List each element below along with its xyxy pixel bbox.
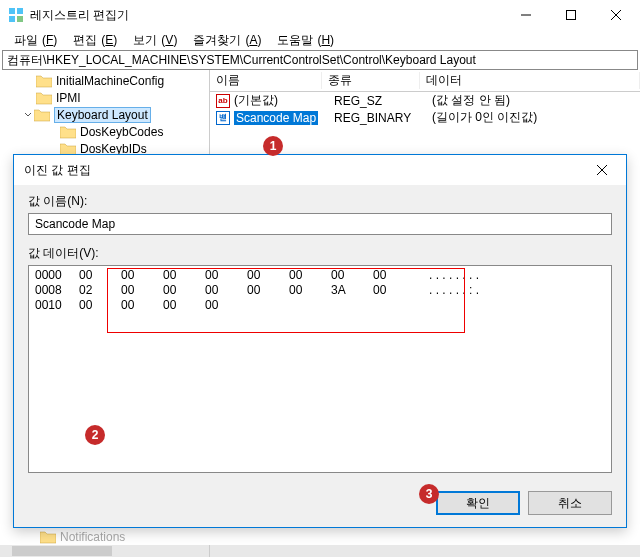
hex-bytes[interactable]: 00000000 [79, 298, 429, 313]
hex-offset: 0000 [35, 268, 79, 283]
menu-file[interactable]: 파일(F) [6, 32, 61, 49]
list-row-selected[interactable]: 뱯Scancode Map REG_BINARY (길이가 0인 이진값) [210, 109, 640, 126]
close-button[interactable] [593, 0, 638, 30]
annotation-badge-1: 1 [263, 136, 283, 156]
value-name-input[interactable] [28, 213, 612, 235]
menubar: 파일(F) 편집(E) 보기(V) 즐겨찾기(A) 도움말(H) [0, 30, 640, 50]
binary-value-icon: 뱯 [216, 111, 230, 125]
tree-label: DosKeybCodes [80, 125, 163, 139]
list-row[interactable]: ab(기본값) REG_SZ (값 설정 안 됨) [210, 92, 640, 109]
menu-help[interactable]: 도움말(H) [269, 32, 338, 49]
tree-item-selected[interactable]: Keyboard Layout [0, 106, 209, 123]
hex-ascii: . . . . . . . . [429, 268, 605, 283]
tree-item[interactable]: InitialMachineConfig [0, 72, 209, 89]
value-name: Scancode Map [234, 111, 318, 125]
hex-ascii: . . . . . . : . [429, 283, 605, 298]
folder-icon [36, 74, 52, 88]
tree-item[interactable]: DosKeybCodes [0, 123, 209, 140]
tree-label: Keyboard Layout [54, 107, 151, 123]
col-type[interactable]: 종류 [322, 72, 420, 89]
window-titlebar: 레지스트리 편집기 [0, 0, 640, 30]
dialog-titlebar: 이진 값 편집 [14, 155, 626, 185]
menu-view[interactable]: 보기(V) [125, 32, 181, 49]
minimize-button[interactable] [503, 0, 548, 30]
ok-button[interactable]: 확인 [436, 491, 520, 515]
value-data: (값 설정 안 됨) [426, 92, 640, 109]
folder-icon [36, 91, 52, 105]
annotation-badge-2: 2 [85, 425, 105, 445]
annotation-badge-3: 3 [419, 484, 439, 504]
menu-favorites[interactable]: 즐겨찾기(A) [185, 32, 265, 49]
value-data: (길이가 0인 이진값) [426, 109, 640, 126]
address-bar[interactable]: 컴퓨터\HKEY_LOCAL_MACHINE\SYSTEM\CurrentCon… [2, 50, 638, 70]
window-title: 레지스트리 편집기 [30, 7, 503, 24]
dialog-close-button[interactable] [579, 155, 624, 185]
app-icon [8, 7, 24, 23]
scrollbar-thumb[interactable] [12, 546, 112, 556]
col-data[interactable]: 데이터 [420, 72, 640, 89]
svg-rect-5 [566, 11, 575, 20]
folder-icon [34, 108, 50, 122]
tree-label: InitialMachineConfig [56, 74, 164, 88]
value-data-label: 값 데이터(V): [28, 245, 612, 262]
menu-edit[interactable]: 편집(E) [65, 32, 121, 49]
chevron-down-icon[interactable] [22, 111, 34, 119]
hex-row: 0000 0000000000000000 . . . . . . . . [35, 268, 605, 283]
svg-rect-1 [17, 8, 23, 14]
hex-bytes[interactable]: 0200000000003A00 [79, 283, 429, 298]
cancel-button[interactable]: 취소 [528, 491, 612, 515]
hex-editor[interactable]: 0000 0000000000000000 . . . . . . . . 00… [28, 265, 612, 473]
value-type: REG_BINARY [328, 111, 426, 125]
col-name[interactable]: 이름 [210, 72, 322, 89]
value-type: REG_SZ [328, 94, 426, 108]
svg-rect-3 [17, 16, 23, 22]
hex-row: 0010 00000000 [35, 298, 605, 313]
hex-offset: 0008 [35, 283, 79, 298]
hex-row: 0008 0200000000003A00 . . . . . . : . [35, 283, 605, 298]
tree-item-partial: Notifications [0, 528, 640, 545]
svg-rect-2 [9, 16, 15, 22]
value-name: (기본값) [234, 92, 278, 109]
value-name-label: 값 이름(N): [28, 193, 612, 210]
hex-offset: 0010 [35, 298, 79, 313]
string-value-icon: ab [216, 94, 230, 108]
list-header: 이름 종류 데이터 [210, 70, 640, 92]
svg-rect-0 [9, 8, 15, 14]
maximize-button[interactable] [548, 0, 593, 30]
hex-ascii [429, 298, 605, 313]
horizontal-scrollbar[interactable] [0, 545, 640, 557]
tree-label: IPMI [56, 91, 81, 105]
folder-icon [40, 530, 56, 544]
hex-bytes[interactable]: 0000000000000000 [79, 268, 429, 283]
tree-item[interactable]: IPMI [0, 89, 209, 106]
folder-icon [60, 125, 76, 139]
edit-binary-dialog: 이진 값 편집 값 이름(N): 값 데이터(V): 0000 00000000… [13, 154, 627, 528]
dialog-title: 이진 값 편집 [24, 162, 579, 179]
